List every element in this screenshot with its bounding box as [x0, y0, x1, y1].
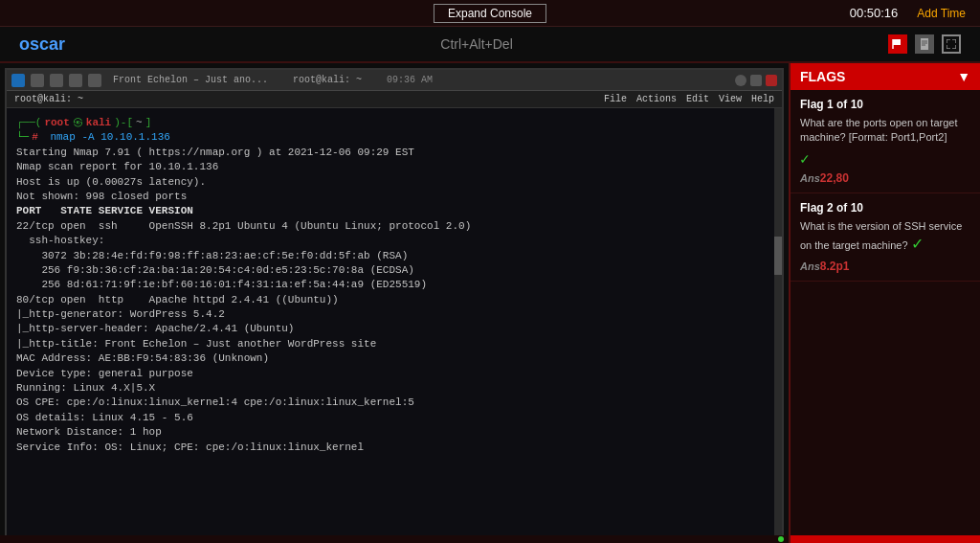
second-bar: oscar Ctrl+Alt+Del: [0, 27, 980, 63]
flag-2-answer: Ans8.2p1: [800, 260, 970, 273]
flag-2-checkmark: ✓: [911, 236, 924, 252]
vm-tab-title: Front Echelon – Just ano...: [113, 75, 268, 85]
menu-actions[interactable]: Actions: [636, 94, 677, 104]
top-bar: Expand Console 00:50:16 Add Time: [0, 0, 980, 27]
vm-icon-gray1: [31, 74, 44, 87]
output-line: OS CPE: cpe:/o:linux:linux_kernel:4 cpe:…: [16, 396, 765, 410]
vm-scrollbar-thumb[interactable]: [774, 237, 782, 275]
second-bar-icons: [888, 34, 961, 54]
output-line: Running: Linux 4.X|5.X: [16, 381, 765, 396]
menu-view[interactable]: View: [719, 94, 742, 104]
vm-prompt-label: root@kali: ~: [14, 94, 83, 104]
flag-item-1: Flag 1 of 10 What are the ports open on …: [791, 90, 980, 193]
vm-icon-blue: [11, 74, 25, 87]
flag-1-answer: Ans22,80: [800, 171, 970, 185]
vm-icon-gray2: [50, 74, 63, 87]
vm-close[interactable]: [766, 75, 777, 86]
output-line: Device type: general purpose: [16, 367, 765, 381]
flag-1-number: Flag 1 of 10: [800, 98, 970, 111]
terminal-container: Front Echelon – Just ano... root@kali: ~…: [0, 63, 789, 543]
machine-name: oscar: [19, 34, 65, 55]
output-line: Service Info: OS: Linux; CPE: cpe:/o:lin…: [16, 441, 765, 455]
cmd-line: └─# nmap -A 10.10.1.136: [16, 130, 765, 145]
vm-icon-gray4: [88, 74, 101, 87]
flags-chevron-icon[interactable]: ▼: [957, 69, 970, 84]
output-line: 256 f9:3b:36:cf:2a:ba:1a:20:54:c4:0d:e5:…: [16, 263, 765, 278]
flags-header: FLAGS ▼: [791, 63, 980, 90]
flag-2-question: What is the version of SSH service on th…: [800, 219, 970, 256]
flag-1-question: What are the ports open on target machin…: [800, 116, 970, 146]
file-icon[interactable]: [915, 34, 934, 54]
add-time-button[interactable]: Add Time: [917, 7, 966, 20]
timer-display: 00:50:16: [850, 6, 899, 20]
flag-1-checkmark: ✓: [800, 149, 810, 169]
output-line: |_http-generator: WordPress 5.4.2: [16, 307, 765, 322]
vm-icon-gray3: [69, 74, 82, 87]
menu-edit[interactable]: Edit: [686, 94, 709, 104]
terminal-content[interactable]: ┌──(root㉿kali)-[~] └─# nmap -A 10.10.1.1…: [7, 108, 774, 536]
output-line: 22/tcp open ssh OpenSSH 8.2p1 Ubuntu 4 (…: [16, 219, 765, 234]
output-line: |_http-title: Front Echelon – Just anoth…: [16, 337, 765, 351]
bottom-status-bar: [0, 535, 789, 543]
vm-tab2-title: root@kali: ~: [293, 75, 362, 85]
flag-2-number: Flag 2 of 10: [800, 201, 970, 215]
flags-bottom-bar: [791, 535, 980, 543]
output-line: Not shown: 998 closed ports: [16, 190, 765, 204]
expand-icon[interactable]: [942, 34, 961, 54]
output-line: OS details: Linux 4.15 - 5.6: [16, 411, 765, 425]
output-line: 80/tcp open http Apache httpd 2.4.41 ((U…: [16, 293, 765, 307]
output-line: 3072 3b:28:4e:fd:f9:98:ff:a8:23:ae:cf:5e…: [16, 249, 765, 263]
flag-icon[interactable]: [888, 34, 907, 54]
ctrl-alt-del-button[interactable]: Ctrl+Alt+Del: [440, 36, 512, 52]
flags-panel: FLAGS ▼ Flag 1 of 10 What are the ports …: [789, 63, 980, 543]
svg-rect-0: [893, 39, 901, 45]
vm-scrollbar[interactable]: [774, 108, 782, 536]
flag-item-2: Flag 2 of 10 What is the version of SSH …: [791, 193, 980, 282]
menu-help[interactable]: Help: [751, 94, 774, 104]
vm-titlebar: Front Echelon – Just ano... root@kali: ~…: [7, 70, 782, 91]
menu-file[interactable]: File: [604, 94, 627, 104]
output-line: Network Distance: 1 hop: [16, 425, 765, 440]
vm-window: Front Echelon – Just ano... root@kali: ~…: [5, 68, 784, 538]
output-line: ssh-hostkey:: [16, 234, 765, 248]
output-line: Host is up (0.00027s latency).: [16, 175, 765, 190]
svg-rect-2: [921, 38, 928, 50]
output-line: |_http-server-header: Apache/2.4.41 (Ubu…: [16, 322, 765, 336]
vm-maximize[interactable]: [750, 75, 762, 86]
main-area: Front Echelon – Just ano... root@kali: ~…: [0, 63, 980, 543]
vm-time: 09:36 AM: [387, 75, 433, 85]
status-dot: [778, 536, 784, 542]
output-header: PORT STATE SERVICE VERSION: [16, 204, 765, 218]
vm-minimize[interactable]: [735, 75, 746, 86]
vm-menubar: root@kali: ~ File Actions Edit View Help: [7, 91, 782, 108]
flags-title: FLAGS: [800, 69, 845, 84]
output-line: MAC Address: AE:BB:F9:54:83:36 (Unknown): [16, 351, 765, 366]
output-line: Nmap scan report for 10.10.1.136: [16, 160, 765, 174]
prompt-line: ┌──(root㉿kali)-[~]: [16, 116, 765, 130]
expand-console-button[interactable]: Expand Console: [434, 4, 546, 23]
output-line: 256 8d:61:71:9f:1e:bf:60:16:01:f4:31:1a:…: [16, 278, 765, 292]
output-line: Starting Nmap 7.91 ( https://nmap.org ) …: [16, 146, 765, 160]
